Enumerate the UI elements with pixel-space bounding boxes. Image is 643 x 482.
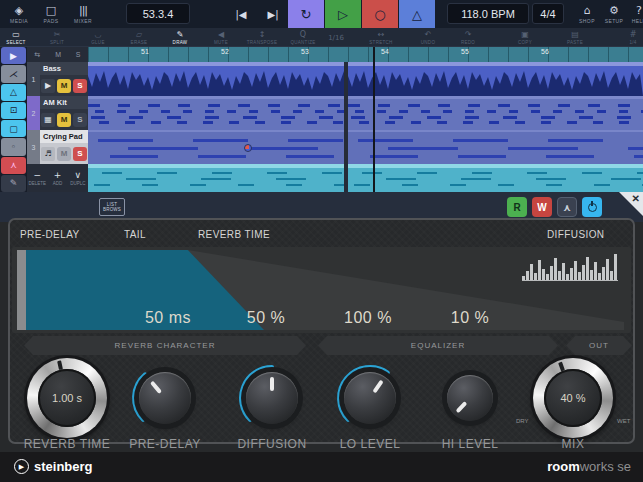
plugin-footer: ▶ steinberg roomworks se — [0, 452, 643, 482]
midi-clip[interactable] — [348, 130, 643, 164]
track-row-bass[interactable]: 1 Bass ▶ M S — [27, 62, 88, 96]
pads-icon: □ — [46, 5, 56, 16]
edit-rail-button[interactable]: ✎ — [1, 175, 26, 192]
copy-icon: ▣ — [521, 31, 529, 39]
list-browse-button[interactable]: LIST BROWS — [99, 198, 125, 216]
midi-clip[interactable] — [88, 164, 344, 192]
lo-level-knob-label: LO LEVEL — [340, 437, 401, 451]
forward-button[interactable]: ▶| — [258, 0, 288, 28]
delete-track-button[interactable]: − DELETE — [27, 164, 47, 192]
audio-clip[interactable] — [348, 62, 643, 96]
inspector-button[interactable]: ⊡ — [1, 102, 26, 119]
reverb-time-value: 1.00 s — [52, 392, 82, 404]
automation-curve-button[interactable]: ⋏ — [557, 197, 577, 217]
solo-button[interactable]: S — [73, 113, 87, 127]
diffusion-display — [522, 250, 618, 281]
node-button[interactable]: ◦ — [1, 138, 26, 155]
cryingpad-track-lane — [88, 130, 643, 164]
gear-icon: ⚙ — [609, 5, 619, 16]
playback-mode-button[interactable]: ▶ — [1, 47, 26, 64]
mute-column-header: M — [55, 51, 61, 58]
automation-read-button[interactable]: R — [507, 197, 527, 217]
stretch-icon: ↔ — [378, 31, 385, 39]
mute-button[interactable]: M — [57, 147, 71, 161]
diffusion-knob-label: DIFFUSION — [237, 437, 306, 451]
bpm-display[interactable]: 118.0 BPM — [447, 3, 529, 24]
hi-value: 10 % — [451, 309, 489, 327]
paste-button[interactable]: ▤PASTE — [555, 28, 595, 47]
midi-clip[interactable] — [88, 130, 344, 164]
duplicate-track-button[interactable]: ∨ DUPLC — [68, 164, 88, 192]
metronome-rail-button[interactable]: △ — [1, 84, 26, 101]
stretch-tool[interactable]: ↔STRETCH — [361, 28, 401, 47]
undo-button[interactable]: ↶UNDO — [408, 28, 448, 47]
grid-icon: # — [630, 31, 637, 39]
position-display[interactable]: 53.3.4 — [126, 3, 190, 24]
power-icon — [588, 203, 597, 212]
product-name: roomworks se — [547, 459, 631, 474]
clip-marker-icon — [244, 144, 252, 152]
mixer-button[interactable]: ||| MIXER — [66, 1, 100, 27]
close-icon[interactable]: ✕ — [632, 193, 640, 204]
lo-level-knob[interactable] — [334, 362, 406, 434]
diffusion-knob[interactable] — [236, 362, 308, 434]
plugin-power-button[interactable] — [582, 197, 602, 217]
track-row-amkit[interactable]: 2 AM Kit ▦ M S — [27, 96, 88, 130]
play-button[interactable]: ▷ — [325, 0, 361, 28]
midi-clip[interactable] — [348, 164, 643, 192]
hi-level-knob[interactable] — [434, 362, 506, 434]
solo-button[interactable]: S — [73, 79, 87, 93]
help-icon: ? — [636, 5, 642, 16]
copy-button[interactable]: ▣COPY — [505, 28, 545, 47]
mix-knob[interactable]: 40 % — [533, 358, 613, 438]
cubasis-app: ◈ MEDIA □ PADS ||| MIXER 53.3.4 |◀ ▶| ↻ … — [0, 0, 643, 482]
redo-button[interactable]: ↷REDO — [448, 28, 488, 47]
media-button[interactable]: ◈ MEDIA — [2, 1, 36, 27]
split-tool[interactable]: ✂SPLIT — [37, 28, 77, 47]
paste-icon: ▤ — [571, 31, 579, 39]
midi-clip[interactable] — [348, 96, 643, 130]
mute-tool[interactable]: ◀MUTE — [201, 28, 241, 47]
midi-clip[interactable] — [88, 96, 344, 130]
pre-delay-knob-label: PRE-DELAY — [129, 437, 201, 451]
pre-delay-knob[interactable] — [129, 362, 201, 434]
playhead[interactable] — [373, 47, 375, 192]
grid-snap-selector[interactable]: #1/4 — [613, 28, 643, 47]
quantize-value-selector[interactable]: 1/16 — [316, 28, 356, 47]
audio-clip[interactable] — [88, 62, 344, 96]
erase-tool[interactable]: ▱ERASE — [119, 28, 159, 47]
lo-value: 100 % — [344, 309, 392, 327]
mute-button[interactable]: M — [57, 79, 71, 93]
help-button[interactable]: ? HELP — [622, 1, 643, 27]
media-icon: ◈ — [15, 5, 23, 16]
transpose-tool[interactable]: ↕TRANSPOSE — [242, 28, 282, 47]
timeline-ruler[interactable]: 51 52 53 54 55 56 — [88, 47, 643, 62]
rewind-button[interactable]: |◀ — [226, 0, 256, 28]
mute-button[interactable]: M — [57, 113, 71, 127]
reverb-envelope-display[interactable]: 50 ms 50 % 100 % 10 % — [12, 247, 631, 333]
quantize-icon: Q — [300, 31, 306, 39]
glue-icon: ◡ — [95, 31, 102, 39]
add-track-button[interactable]: + ADD — [47, 164, 67, 192]
routing-button[interactable]: ⋌ — [1, 65, 26, 82]
solo-button[interactable]: S — [73, 147, 87, 161]
automation-write-button[interactable]: W — [532, 197, 552, 217]
reverb-time-knob[interactable]: 1.00 s — [27, 358, 107, 438]
track-row-cryingpad[interactable]: 3 Crying Pad ♬ M S — [27, 130, 88, 164]
steinberg-brand: steinberg — [34, 459, 93, 474]
section-out: OUT — [566, 336, 632, 355]
pads-button[interactable]: □ PADS — [34, 1, 68, 27]
left-rail: ▶ ⋌ △ ⊡ ▢ ◦ ⋏ ✎ — [0, 47, 27, 192]
draw-tool[interactable]: ✎DRAW — [160, 28, 200, 47]
monitor-button[interactable]: ▢ — [1, 120, 26, 137]
timeline: 51 52 53 54 55 56 — [88, 47, 643, 192]
glue-tool[interactable]: ◡GLUE — [78, 28, 118, 47]
cycle-button[interactable]: ↻ — [288, 0, 324, 28]
select-tool[interactable]: ▭SELECT — [0, 28, 36, 47]
tail-label: TAIL — [124, 229, 146, 240]
record-button[interactable]: ○ — [362, 0, 398, 28]
solo-column-header: S — [76, 51, 81, 58]
automation-button[interactable]: ⋏ — [1, 157, 26, 174]
metronome-button[interactable]: △ — [399, 0, 435, 28]
time-signature-display[interactable]: 4/4 — [532, 3, 564, 24]
